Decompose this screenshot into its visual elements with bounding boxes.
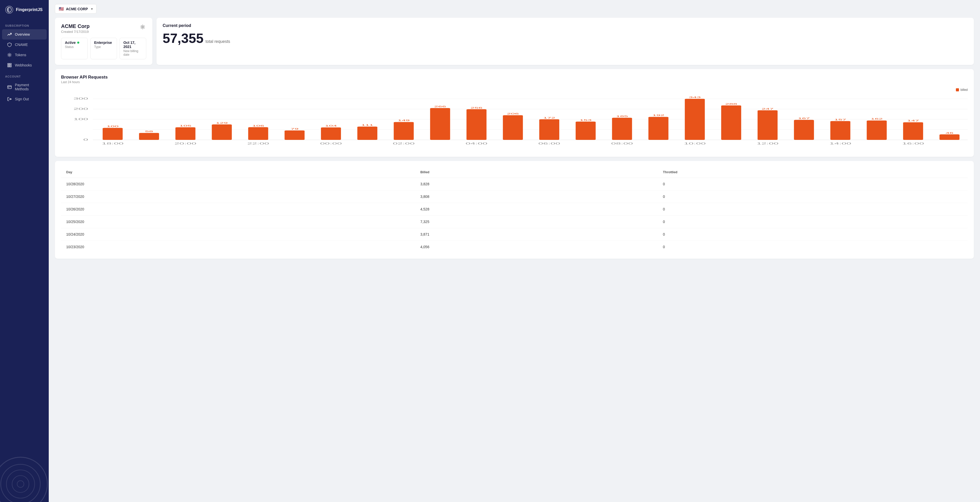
- sidebar-item-cname[interactable]: CNAME: [2, 40, 47, 50]
- bar-chart: 300 200 100 0 10058105129106791041111492…: [61, 94, 968, 150]
- x-axis-label: 20:00: [175, 142, 196, 145]
- sidebar-item-tokens[interactable]: Tokens: [2, 50, 47, 60]
- sidebar-section-subscription: SUBSCRIPTION Overview CNAME Tokens: [0, 19, 49, 70]
- table-row: 10/27/20203,8080: [61, 190, 968, 203]
- bar: [648, 117, 668, 140]
- table-row: 10/25/20207,3250: [61, 215, 968, 228]
- sidebar-item-label: Tokens: [15, 53, 26, 57]
- cell-throttled: 0: [658, 190, 968, 203]
- account-created: Created 7/17/2019: [61, 30, 89, 33]
- bar: [612, 118, 632, 140]
- card-icon: [7, 85, 12, 89]
- svg-point-15: [12, 476, 29, 492]
- settings-button[interactable]: [139, 23, 146, 31]
- current-period-title: Current period: [163, 23, 968, 28]
- cell-billed: 4,056: [415, 241, 658, 253]
- chart-subtitle: Last 24 hours: [61, 80, 968, 84]
- legend-billed-label: billed: [961, 88, 968, 92]
- status-label: Status: [65, 45, 84, 49]
- bar-value-label: 153: [580, 119, 592, 121]
- bar-value-label: 105: [179, 124, 191, 127]
- bar: [285, 131, 304, 140]
- x-axis-label: 22:00: [247, 142, 269, 145]
- bar: [503, 115, 523, 140]
- chart-card: Browser API Requests Last 24 hours bille…: [55, 69, 974, 157]
- x-axis-label: 04:00: [466, 142, 487, 145]
- org-flag: 🇺🇸: [59, 6, 64, 11]
- x-axis-label: 10:00: [684, 142, 706, 145]
- x-axis-label: 00:00: [320, 142, 342, 145]
- bar: [212, 124, 232, 140]
- requests-number: 57,355: [163, 32, 204, 45]
- x-axis-label: 16:00: [902, 142, 924, 145]
- bar-value-label: 343: [689, 96, 701, 99]
- bar: [430, 108, 450, 140]
- bar: [539, 120, 559, 140]
- bar-value-label: 129: [216, 122, 228, 124]
- sidebar-item-label: Sign Out: [15, 97, 29, 101]
- table-row: 10/28/20203,8280: [61, 178, 968, 190]
- svg-rect-2: [8, 64, 9, 64]
- current-period-card: Current period 57,355 total requests: [156, 18, 974, 65]
- cell-day: 10/28/2020: [61, 178, 415, 190]
- bar-value-label: 106: [252, 124, 264, 127]
- table-header: Day Billed Throttled: [61, 167, 968, 178]
- bar: [357, 126, 377, 140]
- fingerprint-logo-icon: [5, 6, 13, 14]
- cell-day: 10/23/2020: [61, 241, 415, 253]
- topbar: 🇺🇸 ACME CORP ▾: [49, 0, 980, 18]
- svg-point-16: [17, 481, 24, 488]
- org-name: ACME CORP: [66, 7, 88, 11]
- top-cards-row: ACME Corp Created 7/17/2019 Active: [55, 18, 974, 65]
- cell-throttled: 0: [658, 203, 968, 215]
- bar-value-label: 111: [361, 124, 374, 126]
- sidebar-item-webhooks[interactable]: Webhooks: [2, 60, 47, 70]
- billing-badge-box: Oct 17, 2021 New billing date: [119, 38, 146, 59]
- requests-table: Day Billed Throttled 10/28/20203,828010/…: [61, 167, 968, 253]
- bar: [466, 109, 487, 140]
- bar: [830, 121, 850, 140]
- bar: [139, 133, 159, 140]
- bar-value-label: 58: [145, 130, 153, 133]
- trend-icon: [7, 32, 12, 37]
- x-axis-label: 18:00: [102, 142, 123, 145]
- bar: [903, 122, 923, 140]
- sidebar-section-account: ACCOUNT Payment Methods Sign Out: [0, 70, 49, 104]
- cell-billed: 4,528: [415, 203, 658, 215]
- account-section-label: ACCOUNT: [0, 70, 49, 80]
- bar: [103, 128, 123, 140]
- bar-value-label: 172: [543, 116, 555, 119]
- bar-value-label: 157: [834, 118, 846, 121]
- sidebar-item-label: CNAME: [15, 43, 28, 47]
- account-info: ACME Corp Created 7/17/2019: [61, 23, 89, 33]
- chart-title: Browser API Requests: [61, 75, 968, 80]
- cell-billed: 3,828: [415, 178, 658, 190]
- org-selector-button[interactable]: 🇺🇸 ACME CORP ▾: [55, 4, 97, 14]
- svg-text:300: 300: [74, 97, 88, 100]
- x-axis-label: 06:00: [538, 142, 560, 145]
- svg-rect-8: [8, 86, 11, 89]
- table-row: 10/23/20204,0560: [61, 241, 968, 253]
- status-badge-box: Active Status: [61, 38, 88, 59]
- brand-name: FingerprintJS: [16, 8, 43, 12]
- bar-value-label: 266: [434, 105, 446, 108]
- sidebar-item-payment[interactable]: Payment Methods: [2, 80, 47, 94]
- account-badges: Active Status Enterprise Type Oct 17, 20…: [61, 38, 146, 59]
- signout-icon: [7, 97, 12, 101]
- bar: [794, 120, 814, 140]
- cell-billed: 7,325: [415, 215, 658, 228]
- table-card: Day Billed Throttled 10/28/20203,828010/…: [55, 161, 974, 259]
- table-body: 10/28/20203,828010/27/20203,808010/26/20…: [61, 178, 968, 253]
- x-axis-label: 08:00: [611, 142, 633, 145]
- sidebar-item-overview[interactable]: Overview: [2, 29, 47, 40]
- x-axis-label: 12:00: [757, 142, 778, 145]
- legend-billed-dot: [956, 88, 959, 91]
- brand-logo: FingerprintJS: [0, 0, 49, 19]
- svg-text:200: 200: [74, 107, 88, 110]
- account-name: ACME Corp: [61, 23, 89, 29]
- sidebar-item-signout[interactable]: Sign Out: [2, 94, 47, 104]
- cell-day: 10/26/2020: [61, 203, 415, 215]
- total-requests: 57,355 total requests: [163, 32, 968, 45]
- chart-legend: billed: [61, 88, 968, 92]
- sidebar-bg-decoration: [0, 456, 49, 502]
